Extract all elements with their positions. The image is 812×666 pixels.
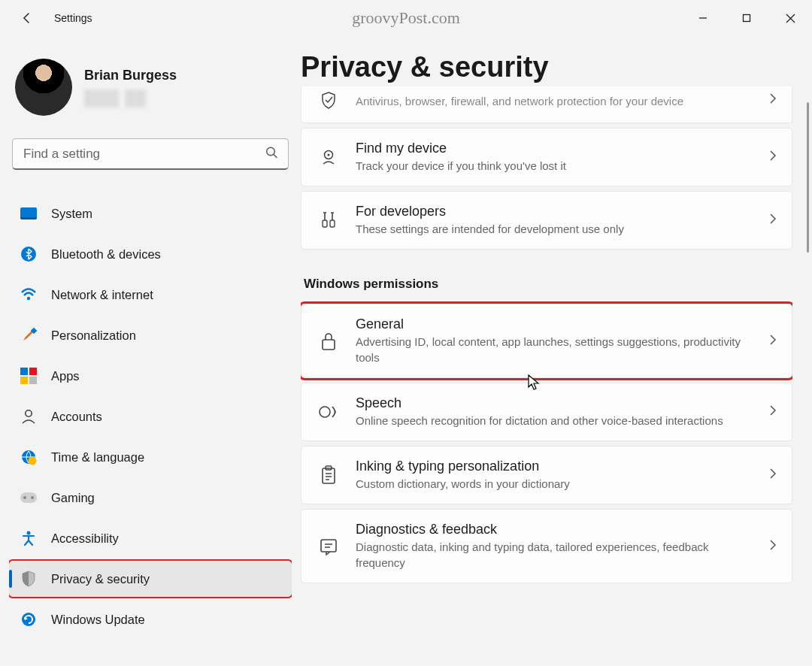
app-title: Settings (54, 12, 92, 24)
card-sub: Online speech recognition for dictation … (356, 413, 747, 428)
gamepad-icon (20, 489, 38, 507)
card-sub: Track your device if you think you've lo… (356, 158, 747, 174)
sidebar-item-label: Gaming (51, 491, 95, 505)
card-general[interactable]: General Advertising ID, local content, a… (301, 304, 792, 378)
chevron-right-icon (769, 539, 777, 554)
profile-block[interactable]: Brian Burgess (9, 45, 292, 123)
sidebar-item-label: Accounts (51, 410, 102, 424)
sidebar-item-label: Apps (51, 369, 80, 383)
chevron-right-icon (769, 334, 777, 349)
card-title: General (356, 316, 753, 332)
accessibility-icon (20, 529, 38, 547)
sidebar-item-network[interactable]: Network & internet (9, 277, 292, 313)
system-icon (20, 204, 38, 223)
shield-check-icon (318, 89, 339, 110)
card-windows-security[interactable]: Antivirus, browser, firewall, and networ… (301, 86, 792, 123)
sidebar-item-update[interactable]: Windows Update (9, 601, 292, 637)
speech-icon (318, 401, 339, 422)
sidebar-item-system[interactable]: System (9, 195, 292, 232)
card-title: Speech (356, 395, 753, 411)
chevron-right-icon (769, 404, 777, 419)
card-title: Diagnostics & feedback (356, 522, 753, 537)
svg-rect-18 (323, 468, 335, 483)
sidebar-item-label: System (51, 207, 92, 221)
card-find-my-device[interactable]: Find my device Track your device if you … (301, 128, 792, 186)
card-sub: These settings are intended for developm… (356, 221, 747, 237)
sidebar-item-label: Privacy & security (51, 572, 150, 586)
card-title: For developers (356, 204, 753, 219)
content-area: Privacy & security Antivirus, browser, f… (301, 36, 812, 666)
scrollbar[interactable] (807, 102, 809, 253)
svg-point-11 (22, 613, 35, 626)
search-input[interactable] (12, 138, 289, 170)
sidebar-item-gaming[interactable]: Gaming (9, 480, 292, 516)
tools-icon (318, 210, 339, 231)
sidebar-item-label: Time & language (51, 450, 144, 465)
sidebar: Brian Burgess System Bluetooth & devi (0, 36, 301, 666)
svg-point-9 (29, 457, 37, 465)
card-inking-typing[interactable]: Inking & typing personalization Custom d… (301, 446, 792, 504)
sidebar-item-label: Accessibility (51, 531, 119, 546)
minimize-button[interactable] (681, 0, 725, 36)
sidebar-item-label: Windows Update (51, 613, 145, 627)
svg-rect-14 (323, 220, 327, 227)
card-title: Inking & typing personalization (356, 459, 753, 474)
chevron-right-icon (769, 468, 777, 483)
card-speech[interactable]: Speech Online speech recognition for dic… (301, 383, 792, 441)
lock-icon (318, 331, 339, 352)
card-diagnostics[interactable]: Diagnostics & feedback Diagnostic data, … (301, 509, 792, 583)
svg-point-5 (27, 297, 30, 300)
titlebar: Settings groovyPost.com (0, 0, 812, 36)
sidebar-item-privacy[interactable]: Privacy & security (9, 561, 292, 597)
back-button[interactable] (12, 12, 42, 24)
sidebar-item-personalization[interactable]: Personalization (9, 317, 292, 353)
wifi-icon (20, 286, 38, 304)
sidebar-item-label: Network & internet (51, 288, 153, 302)
card-sub: Advertising ID, local content, app launc… (356, 334, 747, 365)
search-icon (265, 147, 278, 162)
chevron-right-icon (769, 213, 777, 228)
svg-point-10 (27, 531, 31, 535)
svg-line-3 (274, 155, 277, 159)
svg-point-7 (26, 410, 32, 416)
svg-rect-1 (744, 15, 750, 22)
card-for-developers[interactable]: For developers These settings are intend… (301, 191, 792, 250)
section-windows-permissions: Windows permissions (304, 277, 792, 292)
sidebar-item-accounts[interactable]: Accounts (9, 398, 292, 434)
svg-rect-16 (323, 340, 335, 350)
svg-rect-15 (330, 220, 335, 227)
sidebar-item-bluetooth[interactable]: Bluetooth & devices (9, 236, 292, 272)
maximize-button[interactable] (725, 0, 768, 36)
feedback-icon (318, 536, 339, 557)
profile-sub (84, 89, 177, 107)
watermark: groovyPost.com (352, 8, 460, 28)
card-sub: Custom dictionary, words in your diction… (356, 476, 747, 492)
bluetooth-icon (20, 245, 38, 263)
apps-icon (20, 367, 38, 385)
sidebar-item-label: Bluetooth & devices (51, 247, 161, 262)
close-button[interactable] (768, 0, 812, 36)
person-icon (20, 407, 38, 425)
card-sub: Antivirus, browser, firewall, and networ… (356, 93, 747, 109)
chevron-right-icon (769, 92, 777, 107)
page-title: Privacy & security (301, 51, 792, 83)
svg-point-13 (327, 153, 329, 156)
chevron-right-icon (769, 150, 777, 165)
avatar (15, 59, 72, 116)
sidebar-item-label: Personalization (51, 328, 136, 343)
update-icon (20, 610, 38, 628)
clipboard-icon (318, 465, 339, 486)
paintbrush-icon (20, 326, 38, 344)
location-pin-icon (318, 147, 339, 168)
svg-rect-20 (321, 540, 336, 552)
sidebar-item-accessibility[interactable]: Accessibility (9, 520, 292, 556)
nav: System Bluetooth & devices Network & int… (9, 195, 292, 642)
sidebar-item-apps[interactable]: Apps (9, 358, 292, 394)
card-title: Find my device (356, 141, 753, 156)
profile-name: Brian Burgess (84, 68, 177, 83)
svg-point-17 (320, 407, 330, 417)
card-sub: Diagnostic data, inking and typing data,… (356, 539, 747, 571)
shield-icon (20, 570, 38, 588)
globe-clock-icon (20, 448, 38, 466)
sidebar-item-time[interactable]: Time & language (9, 439, 292, 475)
